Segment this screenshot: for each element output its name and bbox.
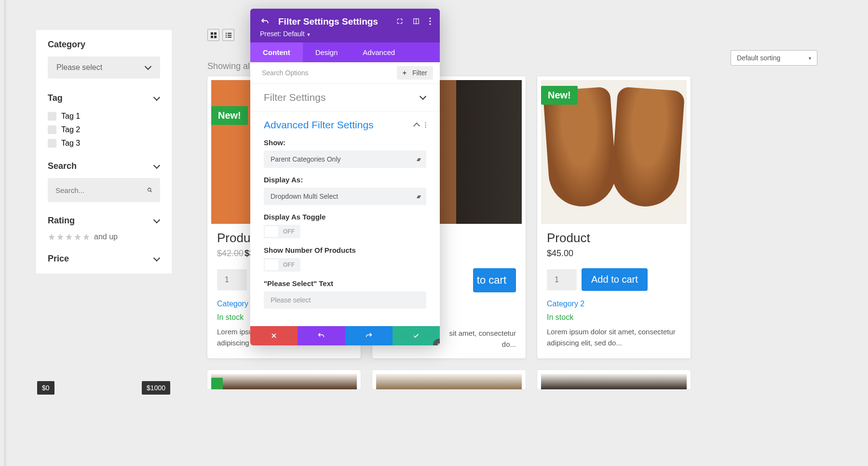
show-label: Show: — [264, 138, 426, 147]
settings-modal: Filter Settings Settings Preset: Default… — [250, 9, 440, 345]
product-price: $45.00 — [547, 248, 681, 259]
qty-input[interactable]: 1 — [217, 269, 247, 290]
modal-header: Filter Settings Settings Preset: Default… — [250, 9, 440, 42]
star-icon — [48, 233, 55, 241]
preset-selector[interactable]: Preset: Default ▼ — [260, 30, 430, 38]
toggle-knob — [265, 226, 278, 237]
please-select-label: "Please Select" Text — [264, 279, 426, 288]
svg-line-1 — [150, 191, 152, 192]
tab-design[interactable]: Design — [303, 42, 351, 62]
star-icon — [82, 233, 90, 241]
back-icon[interactable] — [260, 17, 270, 26]
toggle-off-text: OFF — [278, 261, 299, 268]
checkbox[interactable] — [48, 112, 56, 121]
old-price: $42.00 — [217, 248, 244, 258]
display-as-value: Dropdown Multi Select — [271, 192, 338, 200]
filter-settings-section[interactable]: Filter Settings — [250, 84, 440, 111]
advanced-filter-section-header[interactable]: Advanced Filter Settings — [250, 111, 440, 134]
search-section-toggle[interactable]: Search — [48, 161, 160, 171]
rating-filter[interactable]: and up — [48, 233, 160, 241]
svg-point-0 — [148, 188, 150, 191]
modal-footer — [250, 326, 440, 345]
sort-label: Default sorting — [737, 54, 780, 62]
tag-section-toggle[interactable]: Tag — [48, 93, 160, 103]
expand-icon[interactable] — [396, 18, 403, 25]
product-title[interactable]: Product — [547, 231, 681, 246]
svg-point-18 — [425, 124, 426, 125]
new-badge — [211, 378, 223, 389]
chevron-down-icon — [153, 256, 160, 262]
toggle-off-text: OFF — [278, 228, 299, 235]
show-num-toggle[interactable]: OFF — [264, 258, 300, 272]
display-as-select[interactable]: Dropdown Multi Select▴▾ — [264, 188, 426, 205]
product-card-stub — [207, 370, 361, 389]
tab-content[interactable]: Content — [250, 42, 303, 62]
tag-label: Tag 2 — [61, 125, 80, 134]
modal-tabs: Content Design Advanced — [250, 42, 440, 62]
qty-input[interactable]: 1 — [547, 269, 577, 290]
svg-point-15 — [429, 20, 431, 22]
product-category[interactable]: Category 2 — [547, 300, 681, 308]
add-filter-button[interactable]: + Filter — [397, 66, 433, 80]
options-search-row: Search Options + Filter — [250, 62, 440, 84]
show-num-label: Show Number Of Products — [264, 246, 426, 254]
redo-button[interactable] — [345, 326, 393, 345]
search-icon[interactable] — [147, 185, 152, 195]
chevron-down-icon — [420, 94, 426, 101]
rating-section-toggle[interactable]: Rating — [48, 216, 160, 226]
show-select[interactable]: Parent Categories Only▴▾ — [264, 151, 426, 168]
please-select-input[interactable] — [264, 291, 426, 309]
star-icon — [74, 233, 81, 241]
product-card-stub — [372, 370, 526, 389]
chevron-down-icon — [145, 64, 151, 71]
tag-item[interactable]: Tag 1 — [48, 112, 160, 121]
price-max-chip[interactable]: $1000 — [142, 381, 170, 395]
search-input[interactable] — [55, 186, 147, 194]
checkbox[interactable] — [48, 125, 56, 134]
kebab-icon[interactable] — [429, 17, 431, 25]
sort-select[interactable]: Default sorting ▾ — [731, 50, 817, 66]
category-select[interactable]: Please select — [48, 56, 160, 79]
modal-title: Filter Settings Settings — [278, 16, 378, 27]
panel-icon[interactable] — [413, 18, 420, 25]
svg-point-8 — [225, 34, 226, 35]
grid-view-button[interactable] — [207, 29, 219, 41]
list-view-button[interactable] — [222, 29, 234, 41]
svg-point-6 — [225, 32, 226, 33]
kebab-icon[interactable] — [425, 122, 426, 128]
svg-rect-5 — [214, 36, 217, 38]
svg-rect-11 — [228, 37, 231, 38]
add-to-cart-button[interactable]: to cart — [473, 268, 516, 292]
product-stock: In stock — [547, 313, 681, 322]
stars — [48, 233, 90, 241]
display-as-toggle[interactable]: OFF — [264, 225, 300, 238]
product-image — [541, 374, 687, 389]
star-icon — [56, 233, 64, 241]
price-title: Price — [48, 254, 69, 264]
new-badge: New! — [541, 86, 578, 105]
checkbox[interactable] — [48, 139, 56, 148]
confirm-button[interactable] — [393, 326, 440, 345]
svg-rect-2 — [211, 32, 213, 35]
price-section-toggle[interactable]: Price — [48, 254, 160, 264]
tag-item[interactable]: Tag 2 — [48, 125, 160, 134]
svg-point-10 — [225, 36, 226, 37]
svg-point-16 — [429, 23, 431, 25]
search-title: Search — [48, 161, 77, 171]
filters-sidebar: Category Please select Tag Tag 1 Tag 2 T… — [36, 30, 172, 274]
show-value: Parent Categories Only — [271, 155, 341, 163]
product-image — [376, 374, 522, 389]
add-to-cart-button[interactable]: Add to cart — [582, 268, 648, 291]
tab-advanced[interactable]: Advanced — [350, 42, 407, 62]
tag-label: Tag 3 — [61, 139, 80, 148]
undo-button[interactable] — [298, 326, 345, 345]
chevron-up-icon — [413, 122, 420, 128]
cancel-button[interactable] — [250, 326, 298, 345]
search-options-input[interactable]: Search Options — [257, 66, 313, 80]
category-title: Category — [48, 40, 160, 50]
svg-rect-4 — [211, 36, 213, 38]
tag-item[interactable]: Tag 3 — [48, 139, 160, 148]
price-min-chip[interactable]: $0 — [37, 381, 54, 395]
chevron-down-icon — [153, 163, 160, 170]
tag-title: Tag — [48, 93, 63, 103]
